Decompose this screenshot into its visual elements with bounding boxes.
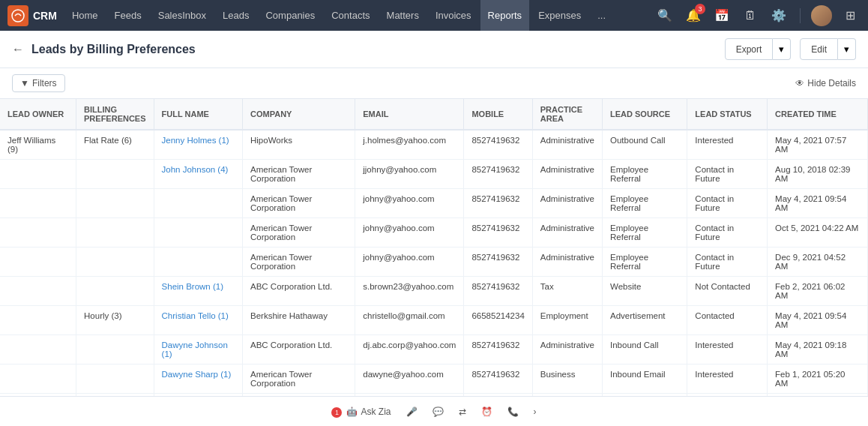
table-cell: Jeff Williams (9) [0, 130, 76, 160]
filters-button[interactable]: ▼ Filters [12, 74, 65, 92]
table-cell: Flat Rate (6) [76, 130, 154, 160]
hide-details-button[interactable]: 👁 Hide Details [795, 78, 856, 88]
avatar-image [811, 5, 832, 26]
phone-button[interactable]: 📞 [507, 406, 519, 417]
table-cell: American Tower Corporation [243, 160, 355, 189]
notification-icon-btn[interactable]: 🔔 3 [683, 5, 704, 26]
table-cell: Dawyne Sharp (1) [154, 364, 242, 394]
table-cell: dj.abc.corp@yahoo.com [355, 335, 464, 364]
table-cell: Dec 9, 2021 04:52 AM [768, 248, 868, 277]
table-cell: Shein Brown (1) [154, 277, 242, 306]
ask-zia-button[interactable]: 🤖 Ask Zia [346, 406, 391, 417]
full-name-link[interactable]: John Johnson (4) [162, 165, 229, 174]
calendar-icon-btn[interactable]: 🗓 [740, 5, 761, 26]
nav-feeds[interactable]: Feeds [107, 0, 149, 31]
col-header-created-time: CREATED TIME [768, 99, 868, 130]
full-name-link[interactable]: Shein Brown (1) [162, 282, 223, 291]
table-cell: 66585214234 [464, 306, 532, 335]
col-header-email: EMAIL [355, 99, 464, 130]
edit-dropdown-button[interactable]: ▾ [838, 38, 856, 60]
table-cell: American Tower Corporation [243, 364, 355, 394]
full-name-link[interactable]: Dawyne Sharp (1) [162, 370, 232, 379]
hide-details-label: Hide Details [807, 78, 856, 88]
table-scroll-area[interactable]: LEAD OWNER BILLINGPREFERENCES FULL NAME … [0, 99, 868, 396]
logo-text: CRM [33, 10, 57, 22]
table-cell: Contact in Future [687, 160, 768, 189]
edit-button[interactable]: Edit [800, 38, 838, 60]
top-navigation: CRM Home Feeds SalesInbox Leads Companie… [0, 0, 868, 31]
table-row: Dawyne Johnson (1)ABC Corporation Ltd.dj… [0, 335, 868, 364]
full-name-link[interactable]: Christian Tello (1) [162, 311, 229, 320]
nav-matters[interactable]: Matters [379, 0, 427, 31]
table-cell: Not Contacted [687, 277, 768, 306]
table-cell [76, 364, 154, 394]
bottom-bar: 1 🤖 Ask Zia 🎤 💬 ⇄ ⏰ 📞 › [0, 396, 868, 426]
table-cell: Inbound Email [603, 364, 687, 394]
logo[interactable]: CRM [7, 5, 57, 26]
table-cell [76, 218, 154, 248]
table-row: American Tower Corporationjohny@yahoo.co… [0, 189, 868, 218]
table-cell: May 4, 2021 09:18 AM [768, 335, 868, 364]
table-cell [154, 248, 242, 277]
full-name-link[interactable]: Dawyne Johnson (1) [162, 340, 228, 358]
chat-button[interactable]: 💬 [433, 406, 444, 417]
table-cell [76, 248, 154, 277]
table-cell: Berkshire Hathaway [243, 306, 355, 335]
microphone-button[interactable]: 🎤 [406, 406, 418, 417]
col-header-lead-source: LEAD SOURCE [603, 99, 687, 130]
grid-icon-btn[interactable]: ⊞ [840, 5, 861, 26]
logo-icon [7, 5, 28, 26]
full-name-link[interactable]: Jenny Holmes (1) [162, 136, 229, 145]
table-cell [0, 364, 76, 394]
nav-expenses[interactable]: Expenses [531, 0, 588, 31]
table-cell [0, 306, 76, 335]
nav-companies[interactable]: Companies [258, 0, 322, 31]
table-row: American Tower Corporationjohny@yahoo.co… [0, 248, 868, 277]
ask-zia-label: Ask Zia [361, 406, 391, 417]
col-header-lead-owner: LEAD OWNER [0, 99, 76, 130]
clock-button[interactable]: ⏰ [481, 406, 492, 417]
translate-button[interactable]: ⇄ [459, 406, 466, 417]
table-cell: jjohny@yahoo.com [355, 160, 464, 189]
table-cell: Hourly (3) [76, 306, 154, 335]
back-button[interactable]: ← [12, 43, 24, 56]
table-cell: 8527419632 [464, 248, 532, 277]
table-cell: christello@gmail.com [355, 306, 464, 335]
nav-leads[interactable]: Leads [215, 0, 256, 31]
search-icon-btn[interactable]: 🔍 [654, 5, 675, 26]
calendar-add-icon-btn[interactable]: 📅 [711, 5, 732, 26]
table-cell: Jenny Holmes (1) [154, 130, 242, 160]
export-dropdown-button[interactable]: ▾ [773, 38, 791, 60]
svg-point-0 [12, 10, 24, 22]
avatar[interactable] [811, 5, 832, 26]
table-row: John Johnson (4)American Tower Corporati… [0, 160, 868, 189]
col-header-billing-preferences: BILLINGPREFERENCES [76, 99, 154, 130]
clock-icon: ⏰ [481, 406, 492, 417]
table-cell: johny@yahoo.com [355, 189, 464, 218]
chevron-right-button[interactable]: › [534, 406, 537, 417]
table-row: Jeff Williams (9)Flat Rate (6)Jenny Holm… [0, 130, 868, 160]
table-cell: John Johnson (4) [154, 160, 242, 189]
nav-salesinbox[interactable]: SalesInbox [151, 0, 214, 31]
nav-home[interactable]: Home [64, 0, 106, 31]
page-header: ← Leads by Billing Preferences Export ▾ … [0, 31, 868, 68]
nav-reports[interactable]: Reports [480, 0, 530, 31]
export-button-group: Export ▾ [725, 38, 792, 60]
table-cell: Contacted [687, 306, 768, 335]
table-cell: 8527419632 [464, 335, 532, 364]
table-cell: 8527419632 [464, 160, 532, 189]
table-cell: Outbound Call [603, 130, 687, 160]
table-cell: American Tower Corporation [243, 248, 355, 277]
nav-contacts[interactable]: Contacts [324, 0, 377, 31]
settings-icon-btn[interactable]: ⚙️ [768, 5, 789, 26]
nav-more[interactable]: ... [590, 0, 613, 31]
nav-invoices[interactable]: Invoices [428, 0, 479, 31]
table-cell: Aug 10, 2018 02:39 AM [768, 160, 868, 189]
table-cell: Interested [687, 335, 768, 364]
table-cell: Contact in Future [687, 189, 768, 218]
table-cell: American Tower Corporation [243, 218, 355, 248]
table-cell: 8527419632 [464, 130, 532, 160]
table-cell [154, 189, 242, 218]
table-cell: Employee Referral [603, 160, 687, 189]
export-button[interactable]: Export [725, 38, 774, 60]
